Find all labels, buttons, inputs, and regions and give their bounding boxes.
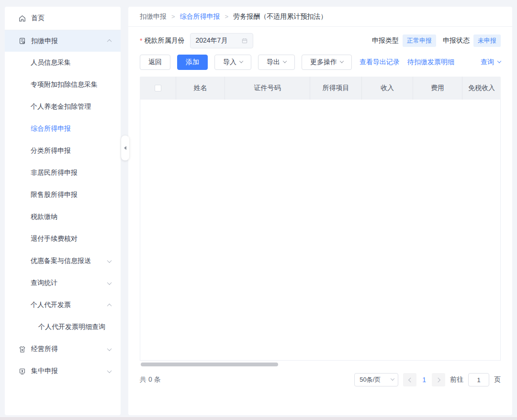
sidebar-item-label: 税款缴纳 — [31, 213, 57, 221]
table-header-id-number: 证件号码 — [225, 77, 310, 100]
sidebar-item-label: 非居民所得申报 — [31, 169, 78, 177]
sidebar-item-label: 人员信息采集 — [31, 58, 71, 67]
sidebar-item-personal-invoice-detail-query[interactable]: 个人代开发票明细查询 — [5, 316, 121, 338]
total-count: 共 0 条 — [140, 375, 161, 384]
tax-month-value: 2024年7月 — [195, 36, 241, 45]
sidebar-item-special-deduction[interactable]: 专项附加扣除信息采集 — [5, 74, 121, 96]
sidebar-item-centralized-declare[interactable]: 集中申报 — [5, 360, 121, 382]
sidebar-item-tax-payment[interactable]: 税款缴纳 — [5, 206, 121, 228]
import-button-label: 导入 — [223, 58, 236, 67]
more-actions-dropdown-button[interactable]: 更多操作 — [302, 55, 352, 70]
back-button[interactable]: 返回 — [140, 55, 170, 70]
sidebar-item-label: 个人养老金扣除管理 — [31, 102, 91, 111]
window-bottom-edge — [0, 417, 517, 420]
chevron-up-icon — [107, 303, 112, 308]
sidebar-item-label: 个人代开发票明细查询 — [38, 323, 105, 331]
sidebar-item-label: 优惠备案与信息报送 — [31, 257, 91, 265]
breadcrumb-level1: 扣缴申报 — [140, 12, 167, 21]
chevron-down-icon — [283, 59, 287, 63]
chevron-down-icon — [340, 59, 344, 63]
page-size-value: 50条/页 — [360, 375, 391, 384]
sidebar-item-label: 首页 — [31, 14, 45, 23]
goto-page-label: 前往 — [450, 375, 463, 384]
import-dropdown-button[interactable]: 导入 — [214, 55, 251, 70]
toolbar: 返回 添加 导入 导出 更多操作 查看导出记录 待扣缴发票明细 查询 — [140, 55, 501, 70]
chevron-down-icon — [107, 368, 112, 373]
sidebar-item-label: 经营所得 — [31, 345, 58, 353]
chevron-down-icon — [391, 376, 394, 380]
goto-page-input[interactable] — [468, 373, 489, 386]
sidebar-item-home[interactable]: 首页 — [5, 7, 121, 30]
sidebar-item-label: 查询统计 — [31, 279, 57, 287]
sidebar-item-label: 扣缴申报 — [31, 37, 58, 45]
sidebar-item-label: 集中申报 — [31, 367, 58, 375]
sidebar-collapse-handle[interactable] — [121, 136, 129, 160]
breadcrumb-separator: > — [171, 13, 175, 20]
export-dropdown-button[interactable]: 导出 — [258, 55, 295, 70]
sidebar-item-business-income[interactable]: 经营所得 — [5, 338, 121, 360]
chevron-down-icon — [107, 280, 112, 285]
withholding-report-icon — [18, 37, 26, 45]
sidebar-item-restricted-shares[interactable]: 限售股所得申报 — [5, 184, 121, 206]
horizontal-scrollbar-thumb[interactable] — [141, 363, 278, 366]
view-export-records-link[interactable]: 查看导出记录 — [360, 58, 400, 67]
sidebar-item-nonresident-income[interactable]: 非居民所得申报 — [5, 162, 121, 184]
table-footer: 共 0 条 50条/页 1 前往 页 — [140, 373, 501, 386]
add-button[interactable]: 添加 — [177, 55, 208, 70]
declare-status-group: 申报类型 正常申报 申报状态 未申报 — [372, 34, 501, 47]
table-header-income-item: 所得项目 — [310, 77, 362, 100]
declare-type-badge: 正常申报 — [403, 34, 436, 47]
tax-month-picker[interactable]: 2024年7月 — [190, 33, 253, 48]
sidebar-item-label: 专项附加扣除信息采集 — [31, 80, 98, 89]
required-mark: * — [140, 37, 142, 45]
home-icon — [18, 14, 26, 23]
sidebar-item-comprehensive-income[interactable]: 综合所得申报 — [5, 118, 121, 140]
next-page-button[interactable] — [432, 373, 445, 386]
declare-status-badge: 未申报 — [473, 34, 501, 47]
sidebar-item-label: 退付手续费核对 — [31, 235, 78, 243]
select-all-checkbox[interactable] — [155, 85, 161, 91]
page-unit-label: 页 — [494, 375, 501, 384]
current-page-number[interactable]: 1 — [421, 376, 427, 384]
breadcrumb-level3: 劳务报酬（不适用累计预扣法） — [233, 12, 327, 21]
pending-withholding-invoice-detail-link[interactable]: 待扣缴发票明细 — [407, 58, 454, 67]
sidebar-item-label: 综合所得申报 — [31, 125, 71, 133]
prev-page-button[interactable] — [403, 373, 416, 386]
filter-row: * 税款所属月份 2024年7月 申报类型 正常申报 申报状态 未申报 — [140, 33, 501, 48]
chevron-down-icon — [239, 59, 243, 63]
page-size-select[interactable]: 50条/页 — [354, 373, 398, 386]
query-toggle[interactable]: 查询 — [481, 58, 501, 67]
sidebar-item-query-statistics[interactable]: 查询统计 — [5, 272, 121, 294]
sidebar-item-classified-income[interactable]: 分类所得申报 — [5, 140, 121, 162]
pagination: 50条/页 1 前往 页 — [354, 373, 501, 386]
table-header-name: 姓名 — [176, 77, 225, 100]
declare-type-label: 申报类型 — [372, 36, 399, 45]
back-button-label: 返回 — [148, 58, 162, 67]
chevron-down-icon — [107, 258, 112, 263]
sidebar-item-preferential-filing[interactable]: 优惠备案与信息报送 — [5, 250, 121, 272]
chevron-left-icon — [408, 377, 413, 382]
chevron-down-icon — [497, 59, 501, 63]
collapse-left-icon — [124, 146, 126, 150]
export-button-label: 导出 — [267, 58, 280, 67]
data-table: 姓名 证件号码 所得项目 收入 费用 免税收入 — [140, 77, 501, 367]
breadcrumb-level2-link[interactable]: 综合所得申报 — [180, 12, 220, 21]
chevron-up-icon — [107, 39, 112, 44]
table-header-taxfree-income: 免税收入 — [462, 77, 501, 100]
breadcrumb-separator: > — [225, 13, 229, 20]
main-panel: 扣缴申报 > 综合所得申报 > 劳务报酬（不适用累计预扣法） * 税款所属月份 … — [128, 7, 512, 415]
sidebar: 首页 扣缴申报 人员信息采集 专项附加扣除信息采集 个人养老金扣除管理 综合所得… — [5, 7, 121, 415]
sidebar-item-personal-invoice[interactable]: 个人代开发票 — [5, 294, 121, 316]
table-header-checkbox-cell — [140, 77, 176, 100]
sidebar-item-personnel-info[interactable]: 人员信息采集 — [5, 52, 121, 74]
sidebar-item-withholding-report[interactable]: 扣缴申报 — [5, 30, 121, 52]
more-actions-label: 更多操作 — [310, 58, 337, 67]
centralized-declare-icon — [18, 367, 26, 375]
sidebar-item-pension-deduction[interactable]: 个人养老金扣除管理 — [5, 96, 121, 118]
table-header-income: 收入 — [362, 77, 413, 100]
sidebar-item-refund-fee-check[interactable]: 退付手续费核对 — [5, 228, 121, 250]
sidebar-item-label: 分类所得申报 — [31, 147, 71, 155]
calendar-icon — [241, 37, 248, 44]
sidebar-item-label: 限售股所得申报 — [31, 191, 78, 199]
declare-status-label: 申报状态 — [443, 36, 470, 45]
